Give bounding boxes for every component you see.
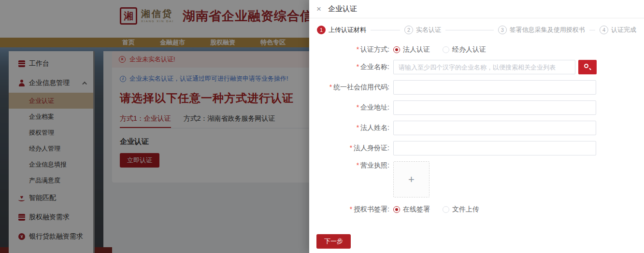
required-marker: * xyxy=(329,83,332,91)
drawer-header: × 企业认证 xyxy=(309,0,644,18)
form-row-credit-code: *统一社会信用代码: xyxy=(309,80,644,95)
step-label: 实名认证 xyxy=(416,26,441,34)
form-row-business-license: *营业执照: + xyxy=(309,161,644,197)
step-number: 2 xyxy=(404,26,413,34)
required-marker: * xyxy=(357,103,359,111)
required-marker: * xyxy=(357,161,359,169)
next-step-button[interactable]: 下一步 xyxy=(316,234,351,249)
step-realname-auth: 2 实名认证 xyxy=(404,26,441,34)
required-marker: * xyxy=(357,45,359,53)
field-label: *授权书签署: xyxy=(309,205,393,214)
radio-label[interactable]: 文件上传 xyxy=(452,205,479,214)
radio-file-upload[interactable] xyxy=(443,206,449,213)
company-auth-drawer: × 企业认证 1 上传认证材料 2 实名认证 3 签署信息采集及使用授权书 4 … xyxy=(309,0,644,253)
step-number: 4 xyxy=(600,26,608,34)
step-complete: 4 认证完成 xyxy=(600,26,636,34)
field-label: *法人姓名: xyxy=(309,124,393,132)
required-marker: * xyxy=(350,144,352,152)
field-label: *企业名称: xyxy=(309,63,393,71)
field-label: *企业地址: xyxy=(309,103,393,112)
company-name-input[interactable] xyxy=(393,60,575,74)
auth-form: *认证方式: 法人认证 经办人认证 *企业名称: *统一社会信用代码: xyxy=(309,45,644,249)
field-label: *统一社会信用代码: xyxy=(309,83,393,92)
drawer-title: 企业认证 xyxy=(328,4,357,14)
step-number: 3 xyxy=(498,26,507,34)
step-label: 签署信息采集及使用授权书 xyxy=(510,26,585,34)
step-connector xyxy=(445,30,494,30)
form-row-company-name: *企业名称: xyxy=(309,60,644,74)
field-label: *认证方式: xyxy=(309,45,393,54)
label-text: 认证方式: xyxy=(360,45,389,53)
step-sign-authorization: 3 签署信息采集及使用授权书 xyxy=(498,26,585,34)
step-label: 认证完成 xyxy=(611,26,636,34)
step-connector xyxy=(371,30,400,30)
legal-person-id-input[interactable] xyxy=(393,141,596,155)
radio-online-sign[interactable] xyxy=(393,206,400,213)
radio-agent-auth[interactable] xyxy=(443,46,449,53)
step-label: 上传认证材料 xyxy=(329,26,366,34)
label-text: 企业名称: xyxy=(360,63,389,70)
close-icon[interactable]: × xyxy=(316,5,321,13)
search-icon xyxy=(584,64,588,68)
step-number: 1 xyxy=(317,26,326,34)
field-label: *法人身份证: xyxy=(309,144,393,153)
form-row-auth-method: *认证方式: 法人认证 经办人认证 xyxy=(309,45,644,54)
label-text: 统一社会信用代码: xyxy=(333,83,389,91)
radio-legal-person-auth[interactable] xyxy=(393,46,400,53)
required-marker: * xyxy=(357,124,359,131)
label-text: 企业地址: xyxy=(360,103,389,111)
form-row-address: *企业地址: xyxy=(309,100,644,115)
credit-code-input[interactable] xyxy=(393,80,596,95)
field-label: *营业执照: xyxy=(309,161,393,170)
form-row-authorization-sign: *授权书签署: 在线签署 文件上传 xyxy=(309,205,644,214)
radio-label[interactable]: 法人认证 xyxy=(403,45,430,54)
search-button[interactable] xyxy=(578,60,597,74)
required-marker: * xyxy=(357,63,359,70)
label-text: 法人身份证: xyxy=(354,144,389,152)
legal-person-name-input[interactable] xyxy=(393,121,596,135)
step-indicator: 1 上传认证材料 2 实名认证 3 签署信息采集及使用授权书 4 认证完成 xyxy=(309,25,644,35)
label-text: 法人姓名: xyxy=(360,124,389,131)
form-row-legal-name: *法人姓名: xyxy=(309,121,644,135)
step-upload-materials: 1 上传认证材料 xyxy=(317,26,366,34)
radio-label[interactable]: 经办人认证 xyxy=(452,45,486,54)
label-text: 授权书签署: xyxy=(354,205,389,213)
radio-label[interactable]: 在线签署 xyxy=(403,205,430,214)
required-marker: * xyxy=(350,205,352,213)
label-text: 营业执照: xyxy=(360,161,389,169)
form-row-legal-id: *法人身份证: xyxy=(309,141,644,155)
step-connector xyxy=(589,30,595,30)
plus-icon: + xyxy=(408,173,415,186)
license-upload-box[interactable]: + xyxy=(393,161,429,197)
company-address-input[interactable] xyxy=(393,100,596,115)
